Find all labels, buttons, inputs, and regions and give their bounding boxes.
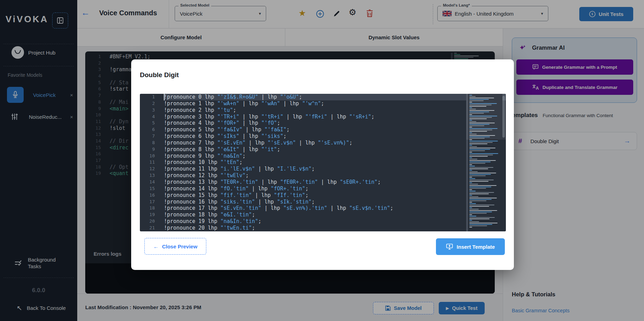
modal-title: Double Digit bbox=[140, 71, 179, 79]
template-code-line: 14!pronounce 13 lhp "TE0R+.'tin" | lhp "… bbox=[140, 179, 506, 186]
template-code-line: 16!pronounce 15 lhp "fif.'tin" | lhp "fI… bbox=[140, 192, 506, 199]
template-code-line: 1!pronounce 0 lhp "'zI&$.R+o&U" | lhp "'… bbox=[140, 94, 506, 100]
template-code-line: 4!pronounce 3 lhp "'TR+i" | lhp "'tR+i" … bbox=[140, 114, 506, 120]
insert-template-button[interactable]: Insert Template bbox=[436, 238, 505, 255]
left-arrow-icon: ← bbox=[153, 244, 159, 249]
insert-screen-icon bbox=[446, 244, 453, 250]
template-code-line: 2!pronounce 1 lhp "'wA+n" | lhp "'wAn" |… bbox=[140, 100, 506, 107]
template-code-line: 18!pronounce 17 lhp "sE.vEn.'tin" | lhp … bbox=[140, 205, 506, 212]
template-code-line: 8!pronounce 7 lhp "'sE.vEn" | lhp "'sE.v… bbox=[140, 140, 506, 146]
template-code-line: 13!pronounce 12 lhp "'twElv"; bbox=[140, 172, 506, 179]
template-code-line: 3!pronounce 2 lhp "'tu"; bbox=[140, 107, 506, 114]
template-code-line: 21!pronounce 20 lhp "'twEn.ti"; bbox=[140, 225, 506, 231]
template-code-line: 12!pronounce 11 lhp "i.'lE.v$n" | lhp "I… bbox=[140, 166, 506, 172]
template-code-line: 15!pronounce 14 lhp "fO.'tin" | lhp "fOR… bbox=[140, 186, 506, 192]
app-root: ViVOKA Project Hub Favorite Models Voice… bbox=[0, 0, 644, 321]
code-scrollbar-thumb[interactable] bbox=[502, 96, 505, 138]
modal-code-minimap[interactable] bbox=[466, 94, 502, 231]
template-code-line: 17!pronounce 16 lhp "siks.'tin" | lhp "s… bbox=[140, 199, 506, 205]
template-preview-modal: Double Digit 1!pronounce 0 lhp "'zI&$.R+… bbox=[131, 59, 514, 270]
insert-template-label: Insert Template bbox=[457, 244, 495, 250]
template-code-line: 7!pronounce 6 lhp "'sIks" | lhp "'siks"; bbox=[140, 133, 506, 140]
template-code-line: 5!pronounce 4 lhp "'fOR+" | lhp "'fO"; bbox=[140, 120, 506, 126]
template-code-lines: 1!pronounce 0 lhp "'zI&$.R+o&U" | lhp "'… bbox=[140, 94, 506, 231]
template-code-line: 6!pronounce 5 lhp "'fa&Iv" | lhp "'fa&I"… bbox=[140, 126, 506, 133]
template-code-line: 19!pronounce 18 lhp "e&I.'tin"; bbox=[140, 212, 506, 218]
template-code-preview[interactable]: 1!pronounce 0 lhp "'zI&$.R+o&U" | lhp "'… bbox=[140, 94, 506, 231]
template-code-line: 10!pronounce 9 lhp "'na&In"; bbox=[140, 153, 506, 159]
template-code-line: 11!pronounce 10 lhp "'tEn"; bbox=[140, 159, 506, 166]
close-preview-button[interactable]: ← Close Preview bbox=[144, 238, 206, 255]
close-preview-label: Close Preview bbox=[162, 244, 198, 249]
template-code-line: 20!pronounce 19 lhp "na&In.'tin"; bbox=[140, 218, 506, 225]
template-code-line: 9!pronounce 8 lhp "'e&It" | lhp "'it"; bbox=[140, 146, 506, 153]
